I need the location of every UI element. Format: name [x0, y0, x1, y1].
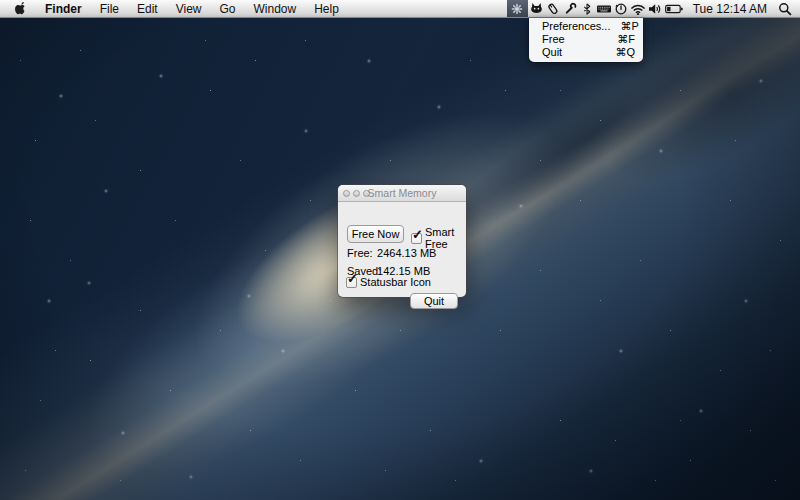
creature-icon [530, 2, 543, 15]
statusbar-icon-checkbox[interactable]: ✓ Statusbar Icon [346, 276, 431, 288]
spotlight-search-icon [778, 2, 792, 16]
menu-edit[interactable]: Edit [128, 0, 167, 17]
statusitem-volume[interactable] [647, 0, 664, 17]
status-dropdown-menu: Preferences... ⌘P Free ⌘F Quit ⌘Q [529, 18, 643, 62]
checkbox-box[interactable]: ✓ [411, 233, 422, 244]
checkmark-icon: ✓ [412, 227, 423, 242]
bluetooth-icon [581, 2, 593, 16]
menu-window[interactable]: Window [245, 0, 306, 17]
statusitem-wifi[interactable] [630, 0, 647, 17]
quit-button[interactable]: Quit [410, 293, 458, 309]
statusitem-mouse[interactable] [545, 0, 562, 17]
smart-memory-window: Smart Memory Free Now ✓ Smart Free Free:… [338, 185, 466, 297]
free-value: 2464.13 MB [377, 247, 436, 259]
menu-item-label: Preferences... [542, 20, 610, 33]
statusitem-spotlight[interactable] [775, 0, 795, 17]
menu-go[interactable]: Go [211, 0, 245, 17]
battery-icon [665, 4, 683, 14]
menu-item-label: Free [542, 33, 565, 46]
volume-icon [648, 3, 662, 15]
statusitem-battery[interactable] [664, 0, 684, 17]
checkbox-box[interactable]: ✓ [346, 277, 357, 288]
mouse-icon [546, 2, 560, 16]
menu-item-preferences[interactable]: Preferences... ⌘P [529, 20, 643, 33]
menu-item-quit[interactable]: Quit ⌘Q [529, 46, 643, 59]
menu-finder[interactable]: Finder [36, 0, 91, 17]
menu-item-free[interactable]: Free ⌘F [529, 33, 643, 46]
checkmark-icon: ✓ [347, 271, 358, 286]
menu-bar-clock[interactable]: Tue 12:14 AM [684, 2, 775, 16]
statusitem-wrench[interactable] [562, 0, 579, 17]
free-now-button[interactable]: Free Now [347, 225, 404, 243]
statusitem-smart-memory[interactable] [507, 0, 528, 17]
menu-item-label: Quit [542, 46, 562, 59]
time-machine-icon [614, 2, 628, 16]
menu-item-shortcut: ⌘F [617, 33, 635, 46]
statusitem-creature[interactable] [528, 0, 545, 17]
apple-menu[interactable] [8, 0, 36, 17]
menu-view[interactable]: View [167, 0, 211, 17]
menu-bar-status-area: Tue 12:14 AM [507, 0, 800, 17]
wrench-icon [564, 2, 577, 15]
menu-item-shortcut: ⌘Q [615, 46, 635, 59]
minimize-button[interactable] [353, 190, 360, 197]
keyboard-icon [596, 2, 612, 16]
gear-icon [510, 2, 524, 16]
menu-item-shortcut: ⌘P [620, 20, 638, 33]
menu-bar: Finder File Edit View Go Window Help [0, 0, 800, 18]
free-memory-row: Free: 2464.13 MB [347, 247, 436, 259]
statusitem-bluetooth[interactable] [579, 0, 596, 17]
free-label: Free: [347, 247, 374, 259]
menu-bar-left: Finder File Edit View Go Window Help [0, 0, 348, 17]
window-content: Free Now ✓ Smart Free Free: 2464.13 MB S… [338, 202, 466, 297]
statusitem-keyboard[interactable] [596, 0, 613, 17]
statusitem-time-machine[interactable] [613, 0, 630, 17]
wifi-icon [630, 3, 646, 15]
zoom-button[interactable] [363, 190, 370, 197]
apple-logo-icon [14, 1, 27, 16]
menu-help[interactable]: Help [305, 0, 348, 17]
desktop: Finder File Edit View Go Window Help [0, 0, 800, 500]
menu-file[interactable]: File [91, 0, 128, 17]
statusbar-icon-label: Statusbar Icon [360, 276, 431, 288]
window-titlebar[interactable]: Smart Memory [338, 185, 466, 202]
close-button[interactable] [343, 190, 350, 197]
